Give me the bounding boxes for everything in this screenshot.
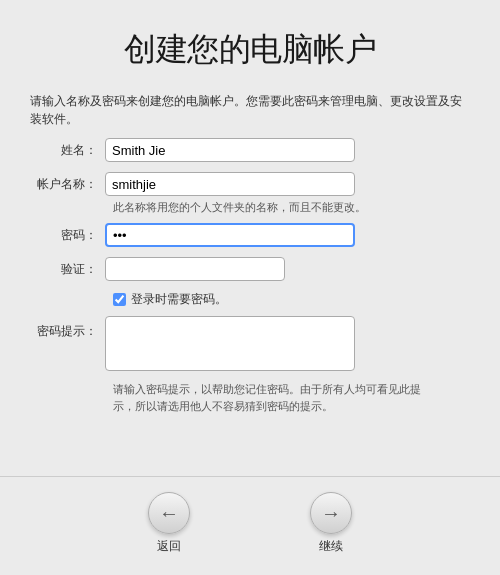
hint-row: 密码提示： (30, 316, 470, 371)
page-title: 创建您的电脑帐户 (30, 28, 470, 72)
back-button-circle: ← (148, 492, 190, 534)
account-label: 帐户名称： (30, 173, 105, 195)
account-input[interactable] (105, 172, 355, 196)
name-input[interactable] (105, 138, 355, 162)
password-row: 密码： (30, 223, 470, 247)
hint-textarea[interactable] (105, 316, 355, 371)
verify-input[interactable] (105, 257, 285, 281)
header: 创建您的电脑帐户 (0, 0, 500, 82)
name-row: 姓名： (30, 138, 470, 162)
checkbox-label[interactable]: 登录时需要密码。 (131, 291, 227, 308)
form-area: 姓名： 帐户名称： 此名称将用您的个人文件夹的名称，而且不能更改。 密码： 验证… (0, 128, 500, 476)
password-input[interactable] (105, 223, 355, 247)
back-arrow-icon: ← (159, 503, 179, 523)
continue-button[interactable]: → 继续 (310, 492, 352, 555)
verify-label: 验证： (30, 258, 105, 280)
password-label: 密码： (30, 224, 105, 246)
footer: ← 返回 → 继续 (0, 477, 500, 575)
continue-label: 继续 (319, 538, 343, 555)
page-container: 创建您的电脑帐户 请输入名称及密码来创建您的电脑帐户。您需要此密码来管理电脑、更… (0, 0, 500, 575)
hint-note: 请输入密码提示，以帮助您记住密码。由于所有人均可看见此提示，所以请选用他人不容易… (113, 381, 423, 414)
continue-button-circle: → (310, 492, 352, 534)
account-note: 此名称将用您的个人文件夹的名称，而且不能更改。 (113, 200, 470, 215)
name-label: 姓名： (30, 139, 105, 161)
subtitle: 请输入名称及密码来创建您的电脑帐户。您需要此密码来管理电脑、更改设置及安装软件。 (0, 92, 500, 128)
back-button[interactable]: ← 返回 (148, 492, 190, 555)
checkbox-row: 登录时需要密码。 (113, 291, 470, 308)
require-password-checkbox[interactable] (113, 293, 126, 306)
hint-label: 密码提示： (30, 316, 105, 342)
account-row: 帐户名称： (30, 172, 470, 196)
verify-row: 验证： (30, 257, 470, 281)
back-label: 返回 (157, 538, 181, 555)
forward-arrow-icon: → (321, 503, 341, 523)
